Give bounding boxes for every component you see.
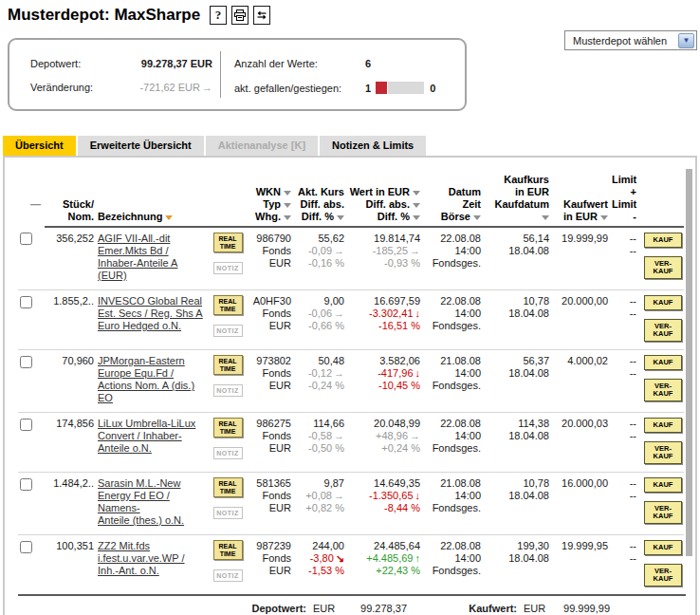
- wert-diff-value: -1.350,65: [369, 490, 413, 501]
- tab-aktienanalyse: Aktienanalyse [K]: [206, 136, 318, 156]
- notiz-badge[interactable]: NOTIZ: [213, 569, 243, 582]
- verkauf-button[interactable]: VER- KAUF: [644, 441, 682, 464]
- col-header-akt-kurs[interactable]: Akt. Kurs Diff. abs. Diff. %: [295, 169, 348, 227]
- kaufwert-value: 20.000,03: [553, 413, 612, 473]
- verkauf-button[interactable]: VER- KAUF: [644, 319, 682, 342]
- gestiegen-count: 0: [430, 83, 435, 94]
- row-checkbox[interactable]: [20, 233, 32, 245]
- wert-value: 3.582,06: [348, 355, 420, 367]
- header-zeit: Zeit: [424, 198, 481, 211]
- instrument-link[interactable]: AGIF VII-All.-dit Emer.Mkts Bd / Inhaber…: [98, 233, 177, 282]
- scrollbar[interactable]: [686, 169, 692, 556]
- row-checkbox[interactable]: [20, 356, 32, 368]
- row-checkbox[interactable]: [20, 296, 32, 308]
- sort-icon[interactable]: [284, 215, 291, 220]
- chevron-down-icon[interactable]: ▼: [678, 33, 694, 48]
- trend-arrow-icon: →: [334, 430, 344, 441]
- trend-arrow-icon: ↓: [415, 490, 421, 501]
- kauf-button[interactable]: KAUF: [644, 295, 682, 310]
- instrument-link[interactable]: JPMorgan-Eastern Europe Equ.Fd / Actions…: [98, 355, 194, 404]
- sort-icon[interactable]: [284, 191, 291, 196]
- realtime-badge[interactable]: REAL TIME: [213, 295, 243, 315]
- header-stueck-line2: Nom.: [45, 211, 94, 223]
- header-wert-diff-pct: Diff. %: [378, 211, 410, 222]
- header-kurs-diff-abs: Diff. abs.: [295, 198, 344, 211]
- help-icon[interactable]: ?: [210, 6, 227, 25]
- gefallen-gestiegen-label: akt. gefallen/gestiegen:: [234, 83, 365, 94]
- row-checkbox[interactable]: [20, 419, 32, 431]
- shares-count: 1.855,2..: [45, 290, 98, 350]
- col-header-wkn[interactable]: WKN Typ Whg.: [249, 169, 295, 227]
- verkauf-button[interactable]: VER- KAUF: [644, 501, 682, 524]
- wkn-value: 987239: [249, 540, 291, 552]
- realtime-badge[interactable]: REAL TIME: [213, 540, 243, 560]
- header-kaufkurs-line1: Kaufkurs: [485, 174, 549, 186]
- notiz-badge[interactable]: NOTIZ: [213, 384, 243, 397]
- print-icon[interactable]: [231, 6, 249, 25]
- instrument-link[interactable]: INVESCO Global Real Est. Secs / Reg. Shs…: [98, 295, 203, 332]
- col-header-stueck[interactable]: Stück/ Nom.: [45, 169, 98, 227]
- col-header-bezeichnung[interactable]: Bezeichnung: [98, 169, 210, 227]
- tab-uebersicht[interactable]: Übersicht: [3, 136, 76, 156]
- kauf-button[interactable]: KAUF: [644, 355, 682, 370]
- content-panel: — Stück/ Nom. Bezeichnung WKN Typ Whg. A…: [3, 156, 697, 615]
- wert-value: 14.649,35: [348, 477, 420, 490]
- sort-icon[interactable]: [600, 215, 608, 220]
- notiz-badge[interactable]: NOTIZ: [213, 507, 243, 519]
- sort-icon[interactable]: [165, 215, 173, 220]
- sort-icon[interactable]: [413, 191, 420, 196]
- col-header-kaufwert[interactable]: Kaufwert in EUR: [553, 169, 612, 227]
- kauf-button[interactable]: KAUF: [644, 418, 682, 433]
- kauf-button[interactable]: KAUF: [644, 233, 682, 248]
- wert-diff-pct: -10,45 %: [348, 380, 420, 392]
- kauf-button[interactable]: KAUF: [644, 540, 682, 555]
- header-limit-plus: Limit +: [612, 174, 636, 198]
- sort-icon[interactable]: [413, 215, 420, 220]
- row-checkbox[interactable]: [20, 541, 32, 553]
- depot-select[interactable]: Musterdepot wählen ▼: [564, 30, 697, 50]
- notiz-badge[interactable]: NOTIZ: [213, 325, 243, 337]
- trend-arrow-icon: ↑: [415, 552, 421, 564]
- limit-minus-value: --: [612, 552, 636, 565]
- refresh-icon[interactable]: [253, 6, 270, 25]
- wert-value: 20.048,99: [348, 418, 420, 430]
- sort-icon[interactable]: [284, 203, 291, 208]
- tab-notizen-limits[interactable]: Notizen & Limits: [320, 136, 426, 156]
- datum-value: 22.08.08: [424, 233, 481, 245]
- col-header-kaufkurs[interactable]: Kaufkurs in EUR Kaufdatum: [485, 169, 553, 227]
- instrument-link[interactable]: ZZ2 Mit.fds i.fest.u.var.ve.WP / Inh.-An…: [98, 540, 185, 577]
- realtime-badge[interactable]: REAL TIME: [213, 355, 243, 375]
- zeit-value: 14:00: [424, 490, 481, 502]
- boerse-value: Fondsges.: [424, 320, 481, 332]
- col-header-datum[interactable]: Datum Zeit Börse: [424, 169, 485, 227]
- realtime-badge[interactable]: REAL TIME: [213, 418, 243, 438]
- verkauf-button[interactable]: VER- KAUF: [644, 379, 682, 401]
- row-checkbox[interactable]: [20, 478, 32, 491]
- sort-icon[interactable]: [337, 215, 344, 220]
- instrument-link[interactable]: Sarasin M.L.-New Energy Fd EO / Namens- …: [98, 477, 184, 527]
- akt-kurs-value: 244,00: [295, 540, 344, 552]
- col-header-wert[interactable]: Wert in EUR Diff. abs. Diff. %: [348, 169, 424, 227]
- kurs-diff-value: -0,09: [308, 245, 332, 256]
- notiz-badge[interactable]: NOTIZ: [213, 447, 243, 459]
- boerse-value: Fondsges.: [424, 380, 481, 392]
- trend-arrow-icon: →: [334, 308, 344, 319]
- tab-erweiterte-uebersicht[interactable]: Erweiterte Übersicht: [78, 136, 204, 156]
- realtime-badge[interactable]: REAL TIME: [213, 477, 243, 497]
- sort-icon[interactable]: [413, 203, 420, 208]
- refresh-glyph: [256, 9, 267, 21]
- notiz-badge[interactable]: NOTIZ: [213, 262, 243, 274]
- typ-value: Fonds: [249, 308, 291, 320]
- verkauf-button[interactable]: VER- KAUF: [644, 564, 682, 587]
- sort-icon[interactable]: [542, 215, 549, 220]
- instrument-link[interactable]: LiLux Umbrella-LiLux Convert / Inhaber- …: [98, 418, 195, 455]
- kauf-button[interactable]: KAUF: [644, 477, 682, 493]
- realtime-badge[interactable]: REAL TIME: [213, 233, 243, 252]
- kurs-diff-pct: -0,66 %: [295, 320, 344, 332]
- positions-table: — Stück/ Nom. Bezeichnung WKN Typ Whg. A…: [18, 169, 684, 594]
- verkauf-button[interactable]: VER- KAUF: [644, 256, 682, 279]
- limit-minus-value: --: [612, 490, 636, 502]
- table-row: 356,252 AGIF VII-All.-dit Emer.Mkts Bd /…: [18, 227, 684, 290]
- header-wert: Wert in EUR: [350, 186, 410, 197]
- sort-icon[interactable]: [473, 215, 481, 220]
